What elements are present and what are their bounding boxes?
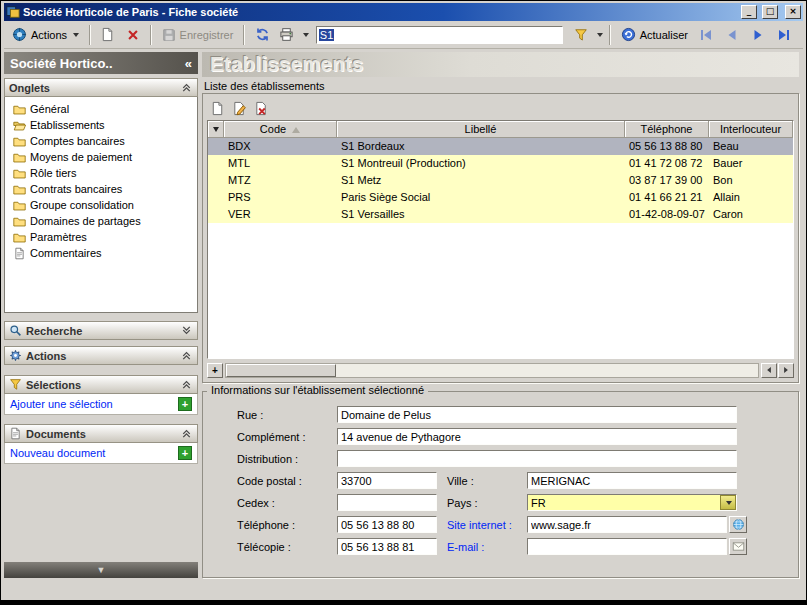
sidebar-footer[interactable]: ▼ <box>4 562 198 578</box>
sync-button[interactable] <box>251 25 273 45</box>
first-record-button[interactable] <box>695 26 717 44</box>
table-row[interactable]: PRS Paris Siège Social 01 41 66 21 21 Al… <box>208 189 793 206</box>
tree-item-label: Comptes bancaires <box>30 135 125 147</box>
ville-field[interactable] <box>527 472 737 489</box>
table-row[interactable]: MTZ S1 Metz 03 87 17 39 00 Bon <box>208 172 793 189</box>
new-record-button[interactable] <box>97 25 119 45</box>
table-row[interactable]: VER S1 Versailles 01-42-08-09-07 Caron <box>208 206 793 223</box>
code-postal-field[interactable] <box>337 472 437 489</box>
distribution-field[interactable] <box>337 450 737 467</box>
maximize-button[interactable]: □ <box>762 5 778 19</box>
save-disk-icon <box>162 28 176 42</box>
pays-combo[interactable]: FR <box>527 494 737 511</box>
print-dropdown-icon[interactable] <box>303 33 309 37</box>
tree-item-general[interactable]: Général <box>7 101 195 117</box>
row-marker-header[interactable] <box>208 121 224 138</box>
list-caption: Liste des établissements <box>204 80 799 92</box>
funnel-icon <box>574 28 588 42</box>
column-header-libelle[interactable]: Libellé <box>337 121 625 138</box>
print-button[interactable] <box>276 25 298 45</box>
filter-button[interactable] <box>570 25 592 45</box>
tree-item-groupe-consolidation[interactable]: Groupe consolidation <box>7 197 195 213</box>
scroll-right-button[interactable] <box>778 363 794 378</box>
hscroll-thumb[interactable] <box>226 364 336 377</box>
new-document-plus-button[interactable]: + <box>178 446 192 460</box>
actions-icon <box>12 27 27 42</box>
add-selection-link[interactable]: Ajouter une sélection <box>10 398 113 410</box>
table-row[interactable]: BDX S1 Bordeaux 05 56 13 88 80 Beau <box>208 138 793 155</box>
toolbar-separator <box>243 25 245 45</box>
new-document-link[interactable]: Nouveau document <box>10 447 105 459</box>
add-selection-plus-button[interactable]: + <box>178 397 192 411</box>
panel-header-recherche[interactable]: Recherche <box>4 321 198 340</box>
list-edit-button[interactable] <box>229 99 249 117</box>
record-navigation <box>695 26 799 44</box>
code-postal-label: Code postal : <box>237 475 337 487</box>
tree-item-label: Moyens de paiement <box>30 151 132 163</box>
tree-item-comptes-bancaires[interactable]: Comptes bancaires <box>7 133 195 149</box>
send-email-button[interactable] <box>729 538 747 555</box>
filter-dropdown-icon[interactable] <box>597 33 603 37</box>
table-row[interactable]: MTL S1 Montreuil (Production) 01 41 72 0… <box>208 155 793 172</box>
delete-page-icon <box>254 101 269 116</box>
telephone-field[interactable] <box>337 516 437 533</box>
tree-item-commentaires[interactable]: Commentaires <box>7 245 195 261</box>
column-header-telephone[interactable]: Téléphone <box>625 121 709 138</box>
chevron-up-icon <box>180 427 193 440</box>
close-button[interactable]: × <box>785 5 801 19</box>
email-field[interactable] <box>527 538 727 555</box>
list-delete-button[interactable] <box>251 99 271 117</box>
tree-item-etablissements[interactable]: Etablissements <box>7 117 195 133</box>
telecopie-field[interactable] <box>337 538 437 555</box>
column-header-code[interactable]: Code <box>224 121 337 138</box>
chevron-up-icon <box>180 349 193 362</box>
actions-menu-button[interactable]: Actions <box>8 26 83 43</box>
scroll-left-button[interactable] <box>761 363 777 378</box>
establishments-list-group: Code Libellé Téléphone Interlocuteur BDX… <box>202 93 799 383</box>
document-icon <box>9 427 22 440</box>
tree-item-contrats-bancaires[interactable]: Contrats bancaires <box>7 181 195 197</box>
tree-item-moyens-de-paiement[interactable]: Moyens de paiement <box>7 149 195 165</box>
panel-header-onglets[interactable]: Onglets <box>4 78 198 97</box>
window-title: Société Horticole de Paris - Fiche socié… <box>23 6 238 18</box>
last-record-icon <box>776 27 792 43</box>
column-header-interlocuteur[interactable]: Interlocuteur <box>709 121 793 138</box>
hscroll-track[interactable] <box>225 363 759 378</box>
tree-item-label: Paramètres <box>30 231 87 243</box>
next-record-button[interactable] <box>747 26 769 44</box>
add-row-button[interactable]: + <box>207 363 223 378</box>
main-toolbar: Actions Enregistrer S1 <box>4 21 803 49</box>
panel-header-documents[interactable]: Documents <box>4 424 198 443</box>
tree-item-parametres[interactable]: Paramètres <box>7 229 195 245</box>
save-button[interactable]: Enregistrer <box>158 27 238 43</box>
complement-field[interactable] <box>337 428 737 445</box>
site-internet-field[interactable] <box>527 516 727 533</box>
cedex-field[interactable] <box>337 494 437 511</box>
tree-item-role-tiers[interactable]: Rôle tiers <box>7 165 195 181</box>
panel-header-selections[interactable]: Sélections <box>4 375 198 394</box>
rue-field[interactable] <box>337 406 737 423</box>
funnel-icon <box>9 378 22 391</box>
collapse-sidebar-icon[interactable]: « <box>185 56 192 71</box>
record-filter-input[interactable]: S1 <box>316 26 563 44</box>
minimize-button[interactable]: _ <box>741 5 757 19</box>
delete-record-button[interactable] <box>122 25 144 45</box>
folder-icon <box>13 199 26 212</box>
list-toolbar <box>207 98 794 118</box>
open-website-button[interactable] <box>729 516 747 533</box>
email-label[interactable]: E-mail : <box>447 541 527 553</box>
site-internet-label[interactable]: Site internet : <box>447 519 527 531</box>
arrow-left-icon <box>763 364 775 376</box>
tree-item-domaines-de-partages[interactable]: Domaines de partages <box>7 213 195 229</box>
list-new-button[interactable] <box>207 99 227 117</box>
last-record-button[interactable] <box>773 26 795 44</box>
panel-header-actions[interactable]: Actions <box>4 346 198 365</box>
pays-dropdown-button[interactable] <box>720 495 736 510</box>
edit-pencil-icon <box>232 101 247 116</box>
telecopie-label: Télécopie : <box>237 541 337 553</box>
sidebar-header[interactable]: Société Hortico.. « <box>4 52 198 74</box>
previous-record-button[interactable] <box>721 26 743 44</box>
tree-item-label: Commentaires <box>30 247 102 259</box>
refresh-button[interactable]: Actualiser <box>617 26 692 43</box>
chevron-up-icon <box>180 81 193 94</box>
